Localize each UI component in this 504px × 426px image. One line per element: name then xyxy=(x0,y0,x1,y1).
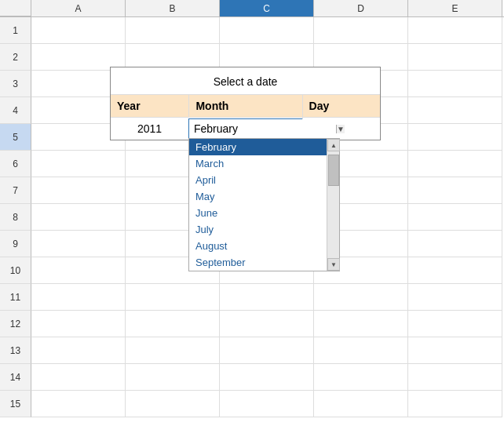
dropdown-item-august[interactable]: August xyxy=(189,238,327,254)
cell-E5[interactable] xyxy=(408,124,502,151)
cell-A10[interactable] xyxy=(31,257,126,284)
month-input[interactable] xyxy=(189,119,336,138)
cell-E11[interactable] xyxy=(408,284,502,311)
cell-C15[interactable] xyxy=(220,391,314,417)
cell-E6[interactable] xyxy=(408,151,502,177)
cell-D1[interactable] xyxy=(314,17,408,44)
row-num-14: 14 xyxy=(0,364,31,391)
dialog-header-row: Year Month Day xyxy=(111,95,380,118)
cell-A8[interactable] xyxy=(31,204,126,231)
dropdown-item-june[interactable]: June xyxy=(189,205,327,221)
row-num-6: 6 xyxy=(0,151,31,177)
col-header-row: A B C D E xyxy=(0,0,504,17)
cell-C13[interactable] xyxy=(220,337,314,364)
cell-D12[interactable] xyxy=(314,311,408,337)
cell-E15[interactable] xyxy=(408,391,502,417)
dropdown-item-march[interactable]: March xyxy=(189,155,327,172)
dropdown-item-july[interactable]: July xyxy=(189,221,327,238)
row-num-8: 8 xyxy=(0,204,31,231)
scroll-up-button[interactable]: ▲ xyxy=(327,139,340,151)
row-num-9: 9 xyxy=(0,231,31,257)
grid-row-13: 13 xyxy=(0,337,504,364)
date-picker-dialog: Select a date Year Month Day 2011 ▼ Febr… xyxy=(110,67,381,140)
cell-C1[interactable] xyxy=(220,17,314,44)
cell-A15[interactable] xyxy=(31,391,126,417)
cell-E3[interactable] xyxy=(408,71,502,97)
cell-A1[interactable] xyxy=(31,17,126,44)
cell-E7[interactable] xyxy=(408,177,502,204)
dropdown-scrollbar: ▲ ▼ xyxy=(327,139,339,271)
row-num-15: 15 xyxy=(0,391,31,417)
col-header-E[interactable]: E xyxy=(408,0,502,16)
cell-D15[interactable] xyxy=(314,391,408,417)
dropdown-item-may[interactable]: May xyxy=(189,188,327,205)
cell-A6[interactable] xyxy=(31,151,126,177)
corner-cell xyxy=(0,0,31,16)
cell-E13[interactable] xyxy=(408,337,502,364)
cell-E10[interactable] xyxy=(408,257,502,284)
scroll-down-button[interactable]: ▼ xyxy=(327,258,340,271)
cell-A11[interactable] xyxy=(31,284,126,311)
scroll-track xyxy=(327,151,339,258)
spreadsheet: A B C D E 1 2 3 xyxy=(0,0,504,426)
grid-row-15: 15 xyxy=(0,391,504,417)
col-header-year: Year xyxy=(111,95,188,117)
cell-E1[interactable] xyxy=(408,17,502,44)
cell-B13[interactable] xyxy=(126,337,220,364)
col-header-C[interactable]: C xyxy=(220,0,314,16)
cell-E2[interactable] xyxy=(408,44,502,71)
dropdown-arrow-button[interactable]: ▼ xyxy=(336,125,345,133)
cell-E4[interactable] xyxy=(408,97,502,124)
cell-C11[interactable] xyxy=(220,284,314,311)
row-num-7: 7 xyxy=(0,177,31,204)
cell-A14[interactable] xyxy=(31,364,126,391)
year-value: 2011 xyxy=(111,118,188,140)
dropdown-item-february[interactable]: February xyxy=(189,139,327,155)
dropdown-item-april[interactable]: April xyxy=(189,172,327,188)
cell-E14[interactable] xyxy=(408,364,502,391)
grid-row-1: 1 xyxy=(0,17,504,44)
row-num-4: 4 xyxy=(0,97,31,124)
grid-row-14: 14 xyxy=(0,364,504,391)
cell-A13[interactable] xyxy=(31,337,126,364)
row-num-3: 3 xyxy=(0,71,31,97)
cell-B15[interactable] xyxy=(126,391,220,417)
dropdown-items-container: February March April May June July Augus… xyxy=(189,139,327,271)
cell-E8[interactable] xyxy=(408,204,502,231)
cell-A7[interactable] xyxy=(31,177,126,204)
row-num-2: 2 xyxy=(0,44,31,71)
grid-row-12: 12 xyxy=(0,311,504,337)
month-dropdown-container[interactable]: ▼ February March April May June July Aug… xyxy=(188,118,302,139)
scroll-thumb[interactable] xyxy=(328,155,339,186)
cell-B11[interactable] xyxy=(126,284,220,311)
row-num-10: 10 xyxy=(0,257,31,284)
row-num-12: 12 xyxy=(0,311,31,337)
cell-D14[interactable] xyxy=(314,364,408,391)
month-dropdown-list: February March April May June July Augus… xyxy=(188,138,340,271)
cell-C12[interactable] xyxy=(220,311,314,337)
cell-A9[interactable] xyxy=(31,231,126,257)
row-num-5: 5 xyxy=(0,124,31,151)
chevron-down-icon: ▼ xyxy=(337,125,345,133)
col-header-B[interactable]: B xyxy=(126,0,220,16)
cell-B12[interactable] xyxy=(126,311,220,337)
dialog-data-row: 2011 ▼ February March April May June Jul… xyxy=(111,118,380,140)
cell-D13[interactable] xyxy=(314,337,408,364)
cell-B14[interactable] xyxy=(126,364,220,391)
cell-B1[interactable] xyxy=(126,17,220,44)
col-header-month: Month xyxy=(188,95,301,117)
col-header-day: Day xyxy=(302,95,380,117)
row-num-11: 11 xyxy=(0,284,31,311)
cell-E9[interactable] xyxy=(408,231,502,257)
dialog-title: Select a date xyxy=(111,67,380,95)
dropdown-item-september[interactable]: September xyxy=(189,254,327,271)
col-header-D[interactable]: D xyxy=(314,0,408,16)
cell-C14[interactable] xyxy=(220,364,314,391)
cell-E12[interactable] xyxy=(408,311,502,337)
grid-row-11: 11 xyxy=(0,284,504,311)
row-num-1: 1 xyxy=(0,17,31,44)
cell-A12[interactable] xyxy=(31,311,126,337)
col-header-A[interactable]: A xyxy=(31,0,126,16)
cell-D11[interactable] xyxy=(314,284,408,311)
row-num-13: 13 xyxy=(0,337,31,364)
